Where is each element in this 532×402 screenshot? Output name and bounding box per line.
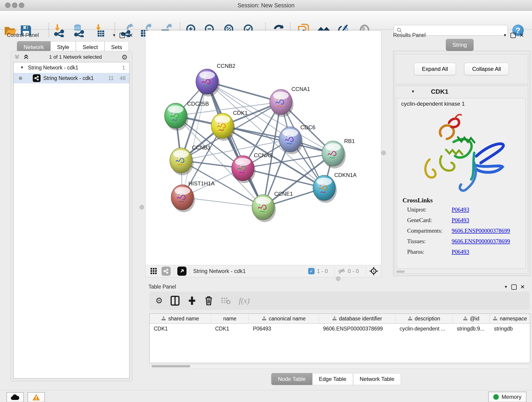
- string-network-icon: [33, 74, 41, 82]
- collapse-all-button[interactable]: Collapse All: [464, 63, 509, 75]
- cell-description: cyclin-dependent ...: [395, 324, 453, 334]
- birds-eye-view-icon[interactable]: [149, 267, 158, 276]
- tree-expander-icon[interactable]: ▼: [20, 65, 24, 70]
- cloud-button[interactable]: [6, 392, 24, 402]
- scrollbar-thumb[interactable]: [152, 365, 190, 367]
- node-label-cdkn1a: CDKN1A: [334, 172, 356, 178]
- crosslink-label: Pharos:: [407, 249, 450, 255]
- function-builder-icon[interactable]: f(x): [239, 296, 249, 305]
- panel-close-icon[interactable]: ✕: [519, 32, 524, 38]
- fit-selected-crosshair-icon[interactable]: [369, 267, 378, 276]
- window-title: Session: New Session: [0, 2, 532, 9]
- crosslink-pharos[interactable]: P06493: [452, 249, 469, 255]
- column-type-icon: [332, 316, 337, 321]
- crosslink-genecard[interactable]: P06493: [452, 217, 469, 223]
- node-label-ccna2: CCNA2: [254, 152, 272, 158]
- network-edge[interactable]: [182, 82, 207, 197]
- column-type-icon: [161, 316, 166, 321]
- tab-edge-table[interactable]: Edge Table: [312, 373, 353, 385]
- network-collection-row[interactable]: ▼ String Network - cdk1 1: [14, 62, 129, 73]
- warning-button[interactable]: [27, 392, 45, 402]
- network-node-ccna1[interactable]: [270, 89, 293, 117]
- expand-all-icon[interactable]: [23, 54, 30, 61]
- network-node-ccna2[interactable]: [232, 156, 255, 183]
- network-node-cdkn1a[interactable]: [313, 175, 337, 203]
- gear-icon[interactable]: ⚙: [121, 53, 128, 61]
- network-list: ▼ String Network - cdk1 1 String Network…: [13, 62, 129, 378]
- table-horizontal-scrollbar[interactable]: [149, 364, 530, 369]
- hidden-eye-icon[interactable]: [338, 268, 346, 274]
- expand-all-button[interactable]: Expand All: [414, 63, 456, 75]
- network-graph[interactable]: CCNB2CCNA1CDC25BCDK1CDC6RB1CCNB1CCNA2CDK…: [146, 31, 381, 265]
- gene-description: cyclin-dependent kinase 1: [401, 101, 465, 107]
- collapse-all-icon[interactable]: [13, 54, 20, 61]
- crosslink-label: Tissues:: [407, 238, 450, 245]
- network-node-hist1h1a[interactable]: [171, 185, 195, 212]
- results-panel: Expand All Collapse All ▼ CDK1 cyclin-de…: [393, 51, 530, 276]
- table-row[interactable]: CDK1 CDK1 P06493 9606.ENSP00000378699 cy…: [150, 324, 530, 334]
- panel-float-icon[interactable]: [510, 33, 516, 38]
- network-edge[interactable]: [207, 82, 263, 207]
- show-columns-icon[interactable]: [171, 296, 180, 306]
- crosslink-compartments[interactable]: 9606.ENSP00000378699: [452, 228, 510, 234]
- network-node-ccnb2[interactable]: [196, 69, 220, 96]
- column-type-icon: [262, 316, 266, 321]
- tab-node-table[interactable]: Node Table: [271, 373, 312, 385]
- left-splitter-handle[interactable]: [139, 205, 144, 210]
- memory-button[interactable]: Memory: [488, 392, 526, 402]
- node-label-cdc25b: CDC25B: [187, 101, 209, 107]
- network-node-cdc25b[interactable]: [165, 103, 188, 131]
- open-in-new-window-icon[interactable]: [177, 267, 186, 276]
- hidden-count: 0 - 0: [348, 268, 359, 274]
- results-scrollbar[interactable]: [396, 270, 405, 273]
- cell-shared-name: CDK1: [150, 324, 211, 334]
- column-type-icon: [493, 316, 497, 321]
- bottom-splitter-handle[interactable]: [336, 276, 341, 281]
- network-name: String Network - cdk1: [43, 75, 94, 81]
- node-label-ccna1: CCNA1: [291, 86, 310, 92]
- network-view-toolbar: String Network - cdk1 ✓ 1 - 0 0 - 0: [145, 265, 381, 277]
- table-toolbar: ⚙ f(x): [149, 292, 530, 310]
- cell-database-identifier: 9606.ENSP00000378699: [319, 324, 395, 334]
- network-canvas[interactable]: CCNB2CCNA1CDC25BCDK1CDC6RB1CCNB1CCNA2CDK…: [145, 31, 381, 265]
- node-table[interactable]: shared name name canonical name database…: [149, 313, 530, 363]
- collection-name: String Network - cdk1: [28, 65, 78, 71]
- selected-count: 1 - 0: [317, 268, 328, 274]
- right-splitter-handle[interactable]: [381, 151, 386, 155]
- node-label-ccne1: CCNE1: [274, 191, 293, 197]
- add-column-icon[interactable]: [187, 296, 196, 306]
- network-type-icon[interactable]: [162, 267, 171, 276]
- crosslink-label: Uniprot:: [407, 206, 450, 213]
- control-panel: 1 of 1 Network selected ⚙ ▼ String Netwo…: [4, 31, 137, 382]
- column-header: shared name: [168, 316, 199, 322]
- network-node-cdk1[interactable]: [211, 113, 235, 141]
- panel-minimize-icon[interactable]: ▼: [503, 33, 507, 37]
- delete-table-icon[interactable]: [221, 297, 231, 305]
- panel-float-icon[interactable]: [511, 284, 517, 290]
- tab-string[interactable]: String: [446, 39, 474, 51]
- network-row[interactable]: String Network - cdk1 11 48: [14, 73, 129, 83]
- network-node-ccne1[interactable]: [252, 195, 276, 222]
- node-label-rb1: RB1: [344, 138, 355, 144]
- node-label-hist1h1a: HIST1H1A: [188, 180, 215, 186]
- memory-label: Memory: [501, 394, 521, 400]
- section-expander-icon[interactable]: ▼: [411, 89, 415, 94]
- cytoscape-window: Session: New Session: [0, 0, 532, 402]
- protein-structure-image: [406, 109, 514, 196]
- warning-icon: [32, 394, 40, 401]
- delete-column-icon[interactable]: [204, 296, 213, 306]
- crosslink-uniprot[interactable]: P06493: [452, 206, 469, 213]
- results-panel-title: Results Panel: [393, 32, 426, 38]
- gene-symbol: CDK1: [431, 88, 448, 95]
- selected-checkbox-icon[interactable]: ✓: [308, 268, 315, 274]
- panel-minimize-icon[interactable]: ▼: [504, 285, 508, 289]
- column-header: description: [415, 316, 440, 322]
- table-settings-gear-icon[interactable]: ⚙: [155, 296, 163, 306]
- tab-network-table[interactable]: Network Table: [353, 373, 401, 385]
- crosslink-tissues[interactable]: 9606.ENSP00000378699: [452, 238, 510, 244]
- network-node-rb1[interactable]: [322, 141, 346, 168]
- panel-close-icon[interactable]: ✕: [520, 284, 525, 290]
- current-network-dot-icon: [19, 77, 22, 80]
- cell-namespace: stringdb: [490, 324, 530, 334]
- results-panel-header: Results Panel ▼ ✕: [393, 32, 530, 39]
